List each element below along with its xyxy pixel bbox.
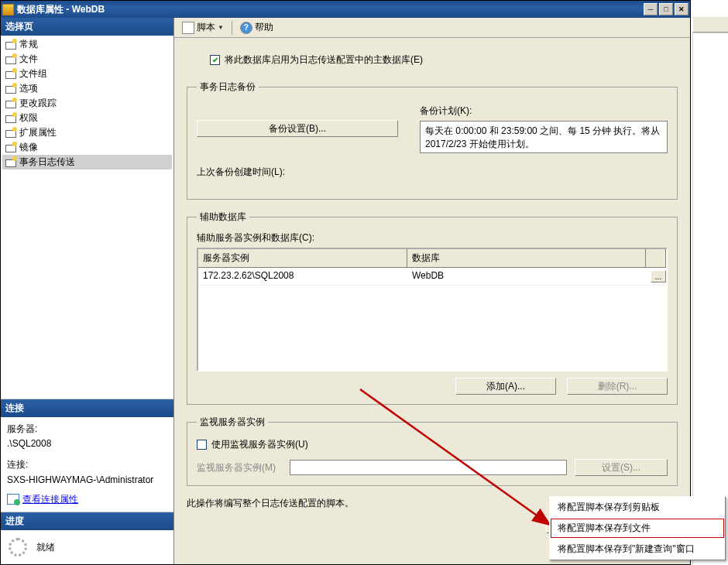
close-button[interactable]: ✕ [675, 3, 689, 15]
select-page-header: 选择页 [1, 18, 173, 36]
toolbar-separator [232, 21, 232, 35]
nav-label: 镜像 [19, 141, 38, 154]
content-area: ✔ 将此数据库启用为日志传送配置中的主数据库(E) 事务日志备份 备份设置(B)… [174, 38, 690, 564]
help-label: 帮助 [255, 21, 273, 34]
connection-label: 连接: [7, 457, 167, 472]
page-icon [5, 99, 16, 108]
nav-label: 更改跟踪 [19, 97, 57, 110]
background-content-strip [692, 33, 728, 565]
backup-btn-col: 备份设置(B)... [197, 104, 406, 153]
window-title: 数据库属性 - WebDB [17, 3, 644, 16]
connection-panel: 连接 服务器: .\SQL2008 连接: SXS-HIGHWAYMAG-\Ad… [1, 399, 173, 512]
background-toolbar-strip [692, 17, 728, 33]
row-ellipsis-button[interactable]: ... [651, 270, 666, 282]
secondary-btn-row: 添加(A)... 删除(R)... [197, 378, 668, 395]
page-icon [5, 114, 16, 123]
script-dropdown-menu: 将配置脚本保存到剪贴板 将配置脚本保存到文件 将配置脚本保存到"新建查询"窗口 [549, 496, 726, 560]
nav-label: 选项 [19, 82, 38, 95]
nav-label: 文件 [19, 53, 38, 66]
page-icon [5, 143, 16, 152]
enable-log-shipping-row: ✔ 将此数据库启用为日志传送配置中的主数据库(E) [210, 53, 678, 67]
page-icon [5, 70, 16, 79]
page-icon [5, 40, 16, 50]
monitor-legend: 监视服务器实例 [197, 416, 268, 429]
progress-panel: 进度 就绪 [1, 512, 173, 564]
table-header: 服务器实例 数据库 [198, 249, 666, 268]
menu-save-query[interactable]: 将配置脚本保存到"新建查询"窗口 [550, 539, 725, 560]
enable-log-shipping-checkbox[interactable]: ✔ [210, 55, 220, 65]
nav-change-tracking[interactable]: 更改跟踪 [2, 96, 172, 111]
cell-action: ... [646, 268, 666, 285]
nav-list: 常规 文件 文件组 选项 更改跟踪 权限 扩展属性 镜像 事务日志传送 [1, 36, 173, 399]
nav-log-shipping[interactable]: 事务日志传送 [2, 155, 172, 170]
body-area: 选择页 常规 文件 文件组 选项 更改跟踪 权限 扩展属性 镜像 事务日志传送 … [1, 18, 690, 564]
dialog-window: 数据库属性 - WebDB ─ □ ✕ 选择页 常规 文件 文件组 选项 更改跟… [0, 0, 691, 565]
script-icon [182, 22, 194, 34]
use-monitor-checkbox[interactable]: ✔ [197, 440, 207, 450]
script-toolbar-button[interactable]: 脚本 ▼ [179, 19, 227, 36]
progress-body: 就绪 [1, 530, 173, 564]
monitor-instance-input[interactable] [290, 460, 567, 475]
help-icon: ? [240, 22, 252, 34]
secondary-table: 服务器实例 数据库 172.23.2.62\SQL2008 WebDB ... [197, 248, 668, 372]
connection-body: 服务器: .\SQL2008 连接: SXS-HIGHWAYMAG-\Admin… [1, 417, 173, 512]
connection-value: SXS-HIGHWAYMAG-\Administrator [7, 473, 167, 488]
page-icon [5, 84, 16, 94]
secondary-legend: 辅助数据库 [197, 211, 249, 224]
use-monitor-row: ✔ 使用监视服务器实例(U) [197, 438, 668, 451]
add-button[interactable]: 添加(A)... [455, 378, 556, 395]
secondary-label: 辅助服务器实例和数据库(C): [197, 231, 668, 245]
page-icon [5, 158, 16, 167]
chevron-down-icon: ▼ [218, 24, 224, 31]
col-server[interactable]: 服务器实例 [198, 249, 407, 267]
monitor-input-row: 监视服务器实例(M) 设置(S)... [197, 459, 668, 476]
monitor-settings-button: 设置(S)... [575, 459, 668, 476]
progress-status: 就绪 [36, 541, 55, 554]
view-connection-props-link[interactable]: 查看连接属性 [22, 492, 78, 507]
page-icon [5, 55, 16, 64]
script-label: 脚本 [197, 21, 215, 34]
backup-row: 备份设置(B)... 备份计划(K): 每天在 0:00:00 和 23:59:… [197, 104, 668, 153]
help-toolbar-button[interactable]: ? 帮助 [237, 19, 276, 36]
menu-save-file[interactable]: 将配置脚本保存到文件 [550, 518, 725, 539]
nav-files[interactable]: 文件 [2, 52, 172, 67]
schedule-text: 每天在 0:00:00 和 23:59:00 之间、每 15 分钟 执行。将从 … [420, 121, 668, 153]
secondary-group: 辅助数据库 辅助服务器实例和数据库(C): 服务器实例 数据库 172.23.2… [187, 211, 678, 405]
nav-filegroups[interactable]: 文件组 [2, 67, 172, 81]
nav-general[interactable]: 常规 [2, 37, 172, 52]
server-label: 服务器: [7, 422, 167, 437]
connection-header: 连接 [1, 399, 173, 417]
nav-label: 事务日志传送 [19, 156, 75, 169]
schedule-col: 备份计划(K): 每天在 0:00:00 和 23:59:00 之间、每 15 … [420, 104, 668, 153]
backup-settings-button[interactable]: 备份设置(B)... [197, 120, 398, 137]
titlebar: 数据库属性 - WebDB ─ □ ✕ [1, 1, 690, 18]
page-icon [5, 128, 16, 138]
maximize-button[interactable]: □ [659, 3, 673, 15]
sidebar: 选择页 常规 文件 文件组 选项 更改跟踪 权限 扩展属性 镜像 事务日志传送 … [1, 18, 174, 564]
schedule-label: 备份计划(K): [420, 104, 668, 118]
nav-label: 权限 [19, 111, 38, 125]
table-row[interactable]: 172.23.2.62\SQL2008 WebDB ... [198, 268, 666, 286]
cell-db: WebDB [407, 268, 646, 285]
properties-icon [7, 494, 19, 505]
nav-label: 常规 [19, 38, 38, 51]
view-connection-row: 查看连接属性 [7, 492, 167, 507]
monitor-instance-label: 监视服务器实例(M) [197, 461, 282, 474]
db-icon [2, 4, 14, 15]
nav-mirroring[interactable]: 镜像 [2, 140, 172, 155]
nav-label: 文件组 [19, 67, 47, 80]
toolbar: 脚本 ▼ ? 帮助 [174, 18, 690, 38]
minimize-button[interactable]: ─ [644, 3, 658, 15]
last-backup-label: 上次备份创建时间(L): [197, 166, 668, 179]
cell-server: 172.23.2.62\SQL2008 [198, 268, 407, 285]
window-controls: ─ □ ✕ [644, 3, 689, 15]
enable-log-shipping-label: 将此数据库启用为日志传送配置中的主数据库(E) [225, 53, 423, 67]
menu-save-clipboard[interactable]: 将配置脚本保存到剪贴板 [550, 497, 725, 518]
backup-group: 事务日志备份 备份设置(B)... 备份计划(K): 每天在 0:00:00 和… [187, 80, 678, 200]
nav-options[interactable]: 选项 [2, 81, 172, 96]
backup-legend: 事务日志备份 [197, 80, 259, 94]
progress-header: 进度 [1, 512, 173, 530]
nav-extended-props[interactable]: 扩展属性 [2, 125, 172, 140]
col-database[interactable]: 数据库 [407, 249, 646, 267]
nav-permissions[interactable]: 权限 [2, 111, 172, 125]
